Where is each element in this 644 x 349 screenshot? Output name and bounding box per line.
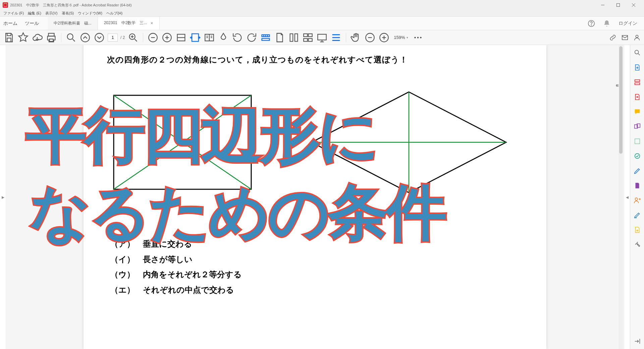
menu-help[interactable]: ヘルプ(H) [104,11,124,16]
svg-point-52 [420,37,422,38]
zoom-in-circle-icon[interactable] [378,32,390,43]
maximize-button[interactable] [610,0,626,10]
sign-icon[interactable] [634,167,641,174]
page-display-icon[interactable] [175,32,187,43]
rotate-ccw-icon[interactable] [232,32,243,43]
more-icon[interactable] [412,32,424,43]
window-title: 202301 中2数学 三角形と四角形６.pdf - Adobe Acrobat… [10,3,132,8]
login-button[interactable]: ログイン [619,20,637,27]
page-down-icon[interactable] [94,32,105,43]
title-bar: 202301 中2数学 三角形と四角形６.pdf - Adobe Acrobat… [0,0,644,10]
document-tab-2[interactable]: 202301 中2数学 三...× [98,17,160,30]
page-icon[interactable] [274,32,285,43]
rotate-cw-icon[interactable] [246,32,257,43]
bell-icon[interactable] [603,20,610,27]
create-pdf-icon[interactable] [634,93,641,101]
svg-rect-7 [49,39,53,41]
organize-icon[interactable] [302,32,314,43]
collapse-panel-icon[interactable] [634,338,641,345]
menu-edit[interactable]: 編集 (E) [26,11,43,16]
page-total: / 2 [120,35,125,40]
overlay-line-2: なるための条件 [30,172,445,254]
cloud-icon[interactable] [32,32,43,43]
tools-panel [630,45,644,349]
comment-icon[interactable] [634,108,641,115]
svg-line-15 [135,39,137,41]
ink-icon[interactable] [218,32,229,43]
minimize-button[interactable] [595,0,610,10]
screen-icon[interactable] [316,32,328,43]
fill-sign-icon[interactable] [634,182,641,189]
zoom-out-icon[interactable] [147,32,159,43]
vertical-scrollbar[interactable] [619,45,623,349]
save-icon[interactable] [3,32,15,43]
svg-rect-33 [290,34,293,41]
export-pdf-icon[interactable] [634,64,641,71]
svg-point-70 [635,154,640,159]
ruler-icon[interactable] [260,32,271,43]
svg-rect-6 [49,33,54,36]
read-mode-icon[interactable] [204,32,215,43]
compress-icon[interactable] [634,152,641,160]
acrobat-icon [3,2,8,8]
star-icon[interactable] [17,32,29,43]
svg-point-71 [635,198,637,200]
svg-rect-1 [617,4,620,7]
page-up-icon[interactable] [79,32,91,43]
option-d: （エ） それぞれの中点で交わる [110,282,533,298]
svg-rect-34 [295,34,298,41]
tab-close-icon[interactable]: × [150,20,153,26]
svg-point-51 [417,37,419,38]
page-number-input[interactable] [108,34,118,42]
svg-point-10 [81,33,90,42]
more-tools-icon[interactable] [634,241,641,248]
hand-icon[interactable] [350,32,362,43]
tab-bar: ホーム ツール 中2理科教科書 磁... 202301 中2数学 三...× ロ… [0,17,644,30]
svg-rect-64 [635,83,640,85]
svg-rect-23 [192,34,199,41]
print-icon[interactable] [46,32,57,43]
tools-link[interactable]: ツール [25,20,39,27]
svg-point-50 [414,37,416,38]
svg-rect-37 [304,38,308,41]
search-tool-icon[interactable] [634,49,641,56]
protect-icon[interactable] [634,226,641,234]
svg-rect-39 [318,34,327,40]
svg-line-9 [72,39,75,41]
send-icon[interactable] [634,197,641,204]
overlay-line-1: 平行四辺形に [26,95,378,177]
profile-icon[interactable] [633,34,641,41]
menu-view[interactable]: 表示(V) [43,11,60,16]
zoom-in-icon[interactable] [161,32,173,43]
menu-sign[interactable]: 署名(S) [60,11,76,16]
zoom-level[interactable]: 159% [392,35,409,40]
extract-icon[interactable] [288,32,300,43]
zoom-marquee-icon[interactable] [127,32,139,43]
combine-icon[interactable] [634,123,641,130]
zoom-out-circle-icon[interactable] [364,32,376,43]
stamp-icon[interactable] [634,211,641,219]
svg-rect-69 [635,139,640,144]
help-icon[interactable] [588,20,595,27]
option-c: （ウ） 内角をそれぞれ２等分する [110,267,533,282]
menu-file[interactable]: ファイル (F) [1,11,26,16]
menu-bar: ファイル (F) 編集 (E) 表示(V) 署名(S) ウィンドウ(W) ヘルプ… [0,10,644,17]
main-area: ▸ 次の四角形の２つの対角線について，成り立つものをそれぞれすべて選ぼう！ [0,45,644,349]
close-button[interactable] [626,0,641,10]
svg-point-61 [635,50,638,54]
zoom-find-icon[interactable] [65,32,77,43]
edit-pdf-icon[interactable] [634,79,641,86]
right-panel-toggle[interactable]: ◂ [624,45,630,349]
toolbar: / 2 159% [0,30,644,45]
fit-width-icon[interactable] [190,32,201,43]
document-viewport[interactable]: 次の四角形の２つの対角線について，成り立つものをそれぞれすべて選ぼう！ [6,45,624,349]
left-panel-toggle[interactable]: ▸ [0,45,6,349]
organize-pages-icon[interactable] [634,138,641,145]
menu-window[interactable]: ウィンドウ(W) [76,11,104,16]
align-icon[interactable] [330,32,342,43]
home-link[interactable]: ホーム [3,20,17,27]
svg-point-8 [67,34,73,39]
mail-icon[interactable] [621,34,629,41]
share-link-icon[interactable] [609,34,616,41]
document-tab-1[interactable]: 中2理科教科書 磁... [48,17,98,30]
